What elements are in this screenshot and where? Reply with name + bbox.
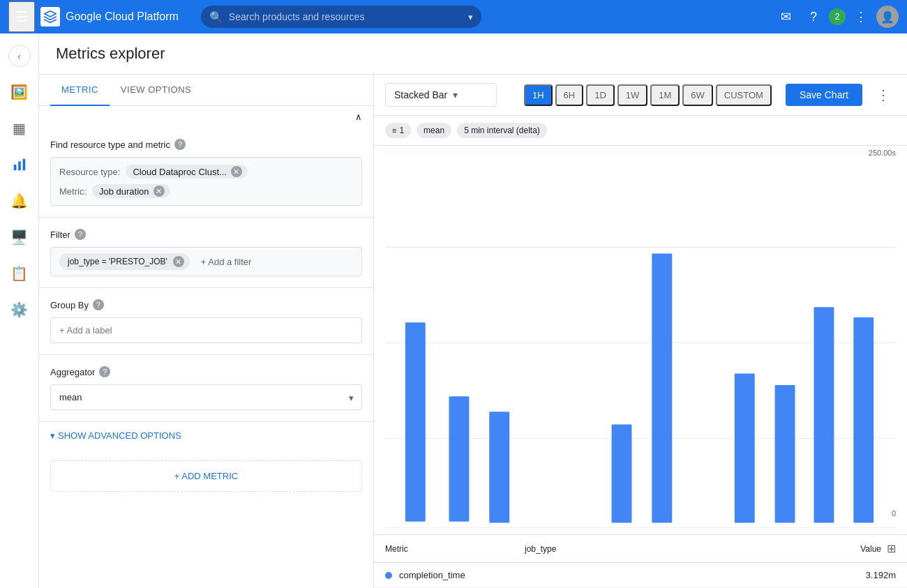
metric-section: Find resource type and metric ? Resource… [39,128,373,218]
nav-search[interactable]: 🔍 ▾ [201,6,481,28]
sidebar-item-logs[interactable]: 📋 [3,257,36,290]
time-1d-button[interactable]: 1D [586,84,615,106]
nav-title: Google Cloud Platform [66,10,179,23]
projects-badge[interactable]: 2 [829,8,846,25]
filter-expression: job_type = 'PRESTO_JOB' [68,257,167,266]
legend-row: completion_time 3.192m [374,563,907,588]
time-1h-button[interactable]: 1H [524,84,553,106]
metric-section-title: Find resource type and metric [50,140,170,150]
group-by-help-icon[interactable]: ? [93,299,104,310]
aggregator-chip-label: mean [423,126,444,135]
gcp-logo-icon [40,7,60,27]
notifications-button[interactable]: ✉ [773,4,798,29]
chart-y-min-label: 0 [892,509,896,518]
advanced-options-label: SHOW ADVANCED OPTIONS [58,430,181,441]
sidebar-item-metrics[interactable] [3,148,36,181]
filter-count-label: 1 [399,126,404,135]
time-6w-button[interactable]: 6W [682,84,713,106]
aggregator-chip[interactable]: mean [417,123,451,138]
more-options-button[interactable]: ⋮ [848,4,874,29]
metric-chip-row: Resource type: Cloud Dataproc Clust... ✕… [50,157,362,206]
chart-filter-chips: ≡ 1 mean 5 min interval (delta) [374,116,907,146]
sidebar-collapse-button[interactable]: ‹ [8,45,31,67]
time-1w-button[interactable]: 1W [617,84,648,106]
filter-row: job_type = 'PRESTO_JOB' ✕ + Add a filter [50,247,362,276]
legend-data-value: 3.192m [866,570,896,580]
resource-type-value: Cloud Dataproc Clust... [133,167,226,177]
chart-toolbar: Stacked Bar ▾ 1H 6H 1D 1W 1M 6W CUSTOM S… [374,75,907,116]
filter-section: Filter ? job_type = 'PRESTO_JOB' ✕ + Add… [39,218,373,288]
chart-type-label: Stacked Bar [394,89,447,100]
tab-metric[interactable]: METRIC [50,75,110,106]
add-filter-button[interactable]: + Add a filter [201,257,252,267]
aggregator-select-wrapper: mean sum min max count ▾ [50,384,362,410]
legend-header: Metric job_type Value ⊞ [374,535,907,563]
add-metric-button[interactable]: + ADD METRIC [50,460,362,492]
aggregator-select[interactable]: mean sum min max count [50,384,362,410]
legend-dot [385,572,392,579]
filter-count-chip[interactable]: ≡ 1 [385,123,411,138]
svg-rect-15 [814,307,834,522]
resource-type-chip[interactable]: Cloud Dataproc Clust... ✕ [126,165,247,179]
filter-chip[interactable]: job_type = 'PRESTO_JOB' ✕ [59,253,190,270]
metric-value: Job duration [99,186,149,197]
resource-type-label: Resource type: [59,167,120,177]
svg-rect-10 [489,412,509,522]
svg-rect-12 [652,253,672,522]
sidebar-item-dashboard[interactable]: ▦ [3,112,36,145]
legend-grid-icon[interactable]: ⊞ [887,542,896,555]
sidebar-item-alerts[interactable]: 🔔 [3,184,36,218]
svg-rect-8 [405,322,426,521]
chart-area: 250.00s [374,146,907,534]
save-chart-button[interactable]: Save Chart [786,84,862,106]
tab-view-options[interactable]: VIEW OPTIONS [110,75,202,106]
search-input[interactable] [229,11,460,22]
interval-chip[interactable]: 5 min interval (delta) [457,123,547,138]
time-1m-button[interactable]: 1M [650,84,680,106]
page-header: Metrics explorer [39,33,907,75]
filter-help-icon[interactable]: ? [75,229,86,240]
page-title: Metrics explorer [56,45,890,63]
collapse-section-button[interactable]: ∧ [39,106,373,128]
chart-more-options-button[interactable]: ⋮ [871,84,896,106]
chart-type-selector[interactable]: Stacked Bar ▾ [385,83,497,107]
metric-help-icon[interactable]: ? [174,139,186,150]
resource-type-close[interactable]: ✕ [231,166,242,177]
main-area: Metrics explorer METRIC VIEW OPTIONS ∧ F… [39,33,907,588]
time-6h-button[interactable]: 6H [555,84,584,106]
user-avatar[interactable]: 👤 [876,6,899,28]
metric-chip-close[interactable]: ✕ [153,186,165,197]
chevron-up-icon: ∧ [355,112,362,122]
nav-logo: Google Cloud Platform [40,7,179,27]
svg-rect-9 [449,396,470,521]
panel-tabs: METRIC VIEW OPTIONS [39,75,373,106]
nav-icons: ✉ ? 2 ⋮ 👤 [773,4,899,29]
hamburger-menu[interactable]: ☰ [8,1,35,32]
help-button[interactable]: ? [801,4,826,29]
chart-type-dropdown-icon: ▾ [453,89,458,100]
sidebar-item-settings[interactable]: ⚙️ [3,293,36,326]
aggregator-title: Aggregator [50,367,95,377]
svg-rect-11 [612,425,632,523]
svg-rect-1 [18,161,21,170]
sidebar-item-photo[interactable]: 🖼️ [3,75,36,109]
group-by-input[interactable] [50,317,362,343]
filter-close[interactable]: ✕ [173,256,184,267]
metric-chip[interactable]: Job duration ✕ [92,184,170,198]
filter-icon: ≡ [392,126,396,135]
time-custom-button[interactable]: CUSTOM [716,84,772,106]
search-dropdown-icon[interactable]: ▾ [468,12,473,22]
sidebar-item-monitor[interactable]: 🖥️ [3,220,36,254]
legend-value-header: Value ⊞ [860,542,896,555]
legend-metric-value: completion_time [399,570,532,580]
content-area: METRIC VIEW OPTIONS ∧ Find resource type… [39,75,907,588]
svg-rect-0 [13,165,16,170]
search-icon: 🔍 [209,10,223,24]
group-by-title: Group By [50,300,89,310]
legend-metric-header: Metric [385,544,525,554]
legend-value-label: Value [860,544,881,554]
right-panel: Stacked Bar ▾ 1H 6H 1D 1W 1M 6W CUSTOM S… [374,75,907,588]
aggregator-help-icon[interactable]: ? [99,366,110,377]
metric-label: Metric: [59,186,87,197]
advanced-options-toggle[interactable]: ▾ SHOW ADVANCED OPTIONS [39,422,373,449]
